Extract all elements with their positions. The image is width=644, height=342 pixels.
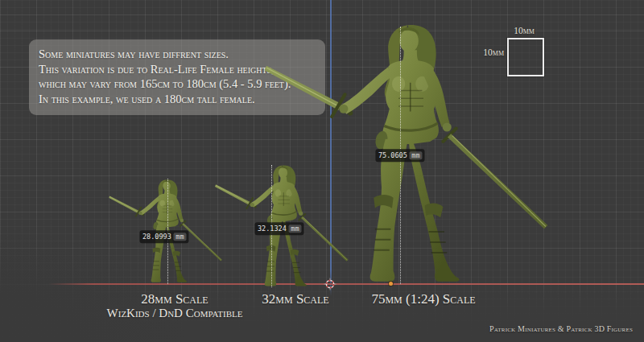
ruler-measurement-28mm[interactable]: 28.0993 mm	[139, 230, 188, 243]
info-line-1: Some miniatures may have diffrent sizes.	[39, 47, 316, 62]
measurement-value: 28.0993	[142, 233, 171, 241]
measurement-unit: mm	[289, 225, 301, 233]
measurement-value: 32.1324	[258, 225, 287, 233]
reference-square-top-label: 10mm	[504, 26, 544, 35]
z-axis-line	[330, 0, 332, 296]
3d-cursor	[324, 278, 336, 290]
scale-sublabel-28mm: WizKids / DnD Compatible	[94, 307, 255, 320]
measurement-unit: mm	[410, 151, 422, 160]
reference-square-10mm	[507, 38, 544, 76]
blender-3d-viewport[interactable]: Some miniatures may have diffrent sizes.…	[0, 0, 644, 342]
measurement-unit: mm	[174, 233, 186, 241]
info-line-4: In this example, we used a 180cm tall fe…	[39, 92, 316, 107]
scale-label-75mm: 75mm (1:24) Scale	[343, 291, 504, 307]
ruler-measurement-32mm[interactable]: 32.1324 mm	[254, 222, 303, 235]
credit-text: Patrick Miniatures & Patrick 3D Figures	[489, 324, 633, 333]
ruler-measurement-75mm[interactable]: 75.0605 mm	[375, 149, 424, 162]
info-line-3: which may vary from 165cm to 180cm (5.4 …	[39, 76, 316, 92]
x-axis-line	[48, 283, 644, 285]
object-origin-dot	[389, 282, 393, 286]
reference-square-side-label: 10mm	[475, 47, 504, 57]
measurement-value: 75.0605	[378, 152, 407, 159]
